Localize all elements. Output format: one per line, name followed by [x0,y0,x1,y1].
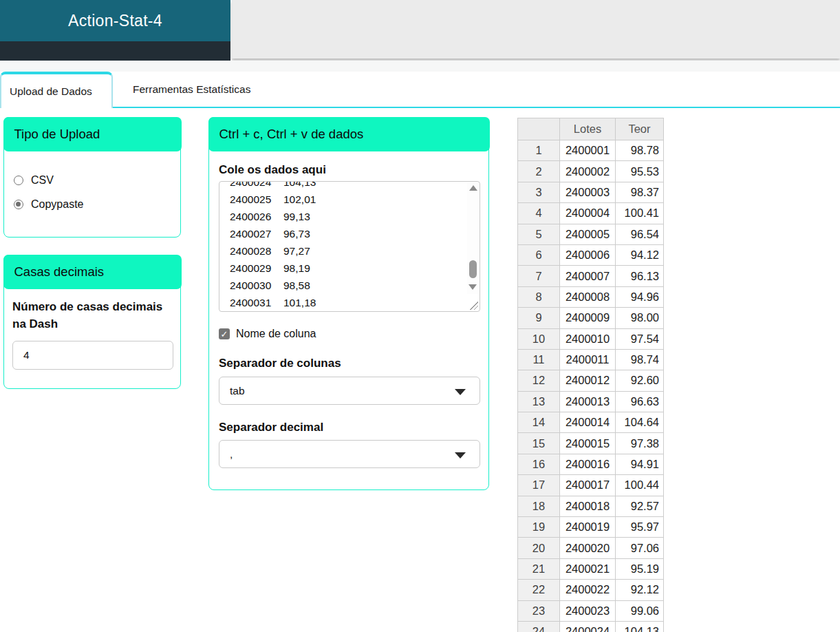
teor-cell: 94.91 [616,454,664,474]
teor-cell: 92.57 [616,496,664,516]
tab-label: Ferramentas Estatísticas [133,83,250,96]
teor-cell: 94.96 [616,286,664,307]
header-gray-panel [232,0,840,59]
radio-option-copypaste[interactable]: Copypaste [14,198,180,211]
table-row: 242400024104.13 [518,621,664,632]
row-number-cell: 10 [518,328,560,349]
pasted-data-line: 2400025102,01 [230,191,316,208]
column-name-checkbox-label: Nome de coluna [236,328,316,340]
lote-cell: 2400010 [560,328,616,349]
row-number-cell: 7 [518,266,560,286]
col-separator-value: tab [230,385,245,397]
radio-option-label: Copypaste [31,198,84,211]
dec-separator-select[interactable]: , [219,440,480,468]
row-number-cell: 13 [518,391,560,412]
row-number-cell: 22 [518,580,560,600]
lote-cell: 2400006 [560,244,616,265]
row-number-cell: 23 [518,600,560,621]
paste-textarea[interactable]: 2400024104,132400025102,01240002699,1324… [219,181,480,312]
lote-cell: 2400004 [560,203,616,224]
teor-cell: 96.63 [616,391,664,412]
header-body-gap [0,61,840,72]
col-separator-select[interactable]: tab [219,377,480,405]
table-row: 142400014104.64 [518,412,664,433]
pasted-data-line: 240002897,27 [230,242,316,260]
table-row: 6240000694.12 [518,244,664,265]
col-separator-label: Separador de colunas [219,355,341,372]
teor-cell: 104.64 [616,412,664,433]
table-row: 8240000894.96 [518,286,664,307]
teor-cell: 95.97 [616,517,664,538]
row-number-cell: 14 [518,412,560,433]
teor-cell: 99.06 [616,600,664,621]
resize-grip-icon[interactable] [470,302,478,310]
table-row: 16240001694.91 [518,454,664,474]
lote-cell: 2400009 [560,308,616,328]
tab-upload-de-dados[interactable]: Upload de Dados [0,72,113,108]
row-number-cell: 8 [518,286,560,307]
row-number-cell: 16 [518,454,560,474]
lote-cell: 2400016 [560,454,616,474]
lote-cell: 2400022 [560,580,616,600]
row-number-cell: 19 [518,517,560,538]
teor-cell: 100.41 [616,203,664,224]
table-row: 12240001292.60 [518,370,664,391]
table-row: 3240000398.37 [518,182,664,202]
row-number-cell: 12 [518,370,560,391]
table-row: 42400004100.41 [518,203,664,224]
tabbar-underline [0,107,840,108]
row-number-cell: 5 [518,224,560,244]
pasted-data-line: 240002998,19 [230,260,316,277]
teor-cell: 92.60 [616,370,664,391]
tab-ferramentas-estatisticas[interactable]: Ferramentas Estatísticas [133,72,250,107]
lote-cell: 2400019 [560,517,616,538]
teor-cell: 92.12 [616,580,664,600]
teor-cell: 97.54 [616,328,664,349]
textarea-scrollbar[interactable] [467,182,479,294]
row-number-cell: 6 [518,244,560,265]
pasted-data-line: 240002796,73 [230,225,316,242]
table-row: 21240002195.19 [518,558,664,579]
tab-bar: Upload de Dados Ferramentas Estatísticas [0,72,840,108]
teor-cell: 98.00 [616,308,664,328]
pasted-data-line: 2400031101,18 [230,294,316,311]
lote-cell: 2400001 [560,140,616,161]
row-number-cell: 3 [518,182,560,202]
paste-textarea-label: Cole os dados aqui [219,161,326,178]
table-row: 172400017100.44 [518,475,664,496]
row-number-cell: 18 [518,496,560,516]
radio-unselected-icon[interactable] [14,176,23,185]
teor-cell: 98.37 [616,182,664,202]
lote-cell: 2400017 [560,475,616,496]
scrollbar-thumb[interactable] [469,260,477,278]
lote-cell: 2400021 [560,558,616,579]
scroll-up-icon[interactable] [469,185,477,191]
column-name-checkbox[interactable]: ✓ [219,328,230,339]
radio-selected-icon[interactable] [14,200,23,209]
lote-cell: 2400003 [560,182,616,202]
row-number-cell: 9 [518,308,560,328]
teor-cell: 97.38 [616,433,664,454]
lote-cell: 2400020 [560,538,616,558]
table-header-cell [518,118,560,140]
teor-cell: 94.12 [616,244,664,265]
app-title: Action-Stat-4 [68,12,162,30]
row-number-cell: 15 [518,433,560,454]
decimals-input[interactable] [12,341,173,370]
dec-separator-value: , [230,448,233,461]
row-number-cell: 2 [518,161,560,182]
teor-cell: 98.78 [616,140,664,161]
teor-cell: 98.74 [616,349,664,370]
table-row: 22240002292.12 [518,580,664,600]
decimals-card-header: Casas decimais [3,255,182,289]
teor-cell: 100.44 [616,475,664,496]
app-header: Action-Stat-4 [0,0,230,41]
table-row: 19240001995.97 [518,517,664,538]
radio-option-csv[interactable]: CSV [14,174,180,187]
scroll-down-icon[interactable] [469,284,477,290]
chevron-down-icon [455,452,466,459]
lote-cell: 2400012 [560,370,616,391]
teor-cell: 95.19 [616,558,664,579]
chevron-down-icon [455,389,466,395]
lote-cell: 2400002 [560,161,616,182]
